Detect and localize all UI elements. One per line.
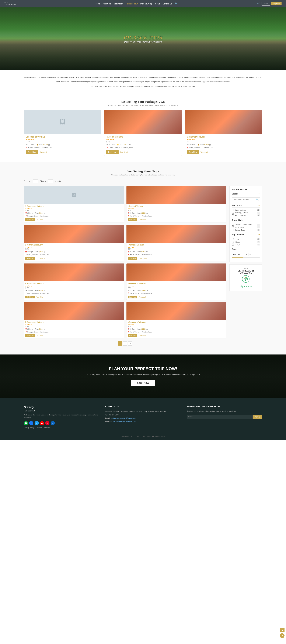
logo[interactable]: Heritage Vietnam Travel bbox=[5, 2, 16, 5]
tour-detail-link[interactable]: Tour detail → bbox=[40, 151, 49, 153]
page-2-button[interactable]: 2 bbox=[123, 342, 127, 346]
price-to-input[interactable] bbox=[248, 253, 256, 256]
book-now-button[interactable]: Book Now bbox=[25, 218, 35, 221]
tour-reviews: (120) bbox=[128, 248, 225, 250]
tour-detail-link[interactable]: Tour detail → bbox=[37, 219, 45, 220]
register-button[interactable]: Register bbox=[271, 2, 281, 5]
hoian-checkbox[interactable] bbox=[232, 214, 234, 216]
privacy-link[interactable]: Privacy Policy bbox=[24, 427, 34, 428]
login-button[interactable]: Login bbox=[261, 2, 270, 6]
tour-body: 2 Taste of Vietnam ★★★★★ (120) 📅 21 Days… bbox=[126, 204, 226, 222]
nav-package-tour[interactable]: Package Tour bbox=[126, 3, 138, 5]
culinary-checkbox[interactable] bbox=[232, 229, 234, 231]
nav-news[interactable]: News bbox=[155, 3, 160, 5]
tour-detail-link[interactable]: Tour detail → bbox=[37, 335, 45, 336]
tour-actions: Book Now Tour detail → bbox=[128, 218, 225, 221]
twitter-button[interactable]: t bbox=[35, 421, 39, 425]
price-slider[interactable] bbox=[232, 257, 260, 258]
tour-meta: 📅 21 Days From $2164 pp bbox=[128, 328, 225, 330]
tour-detail-link[interactable]: Tour detail → bbox=[201, 151, 210, 153]
page-next-button[interactable]: » bbox=[128, 342, 132, 346]
tours-list: 🖼 1 Essence of Vietnam ★★★★★ (120) 📅 21 … bbox=[24, 186, 226, 348]
page-1-button[interactable]: 1 bbox=[118, 342, 122, 346]
intro-p3: For more information about our Vietnam t… bbox=[24, 85, 262, 88]
book-now-button[interactable]: Book Now bbox=[25, 296, 35, 298]
book-now-button[interactable]: Book Now bbox=[128, 334, 137, 337]
newsletter-signup-button[interactable]: sign up bbox=[253, 415, 262, 419]
tour-title: 3 Vietnam Discovery bbox=[25, 244, 123, 246]
tour-detail-link[interactable]: Tour detail → bbox=[139, 258, 148, 259]
cta-book-now-button[interactable]: BOOK NOW bbox=[131, 380, 155, 386]
tour-title: 4 Amazing Vietnam bbox=[128, 244, 225, 246]
pinterest-button[interactable]: P bbox=[45, 421, 49, 425]
danang-checkbox[interactable] bbox=[232, 212, 234, 214]
newsletter-form: sign up bbox=[187, 415, 262, 419]
tour-stars: ★★★★★ bbox=[26, 138, 99, 141]
tour-actions: Book Now Tour detail → bbox=[106, 150, 180, 154]
filter-item: Family Tours 1 bbox=[232, 226, 260, 228]
newsletter-email-input[interactable] bbox=[187, 415, 252, 419]
youtube-button[interactable]: ▶ bbox=[40, 421, 44, 425]
wechat-button[interactable]: 💬 bbox=[24, 421, 28, 425]
tour-route: 📍 Hanoi, Vietnam → Vientian, Laos bbox=[106, 147, 180, 149]
tour-image bbox=[24, 302, 124, 320]
3days-checkbox[interactable] bbox=[232, 244, 234, 246]
tour-days: 📅 21 Days bbox=[25, 290, 33, 291]
sort-select[interactable] bbox=[33, 180, 38, 183]
hanoi-checkbox[interactable] bbox=[232, 209, 234, 211]
best-selling-section: Best Selling Tour Packages 2020 Many of … bbox=[0, 95, 286, 162]
tour-meta: 📅 21 Days 💰 From $2164 pp bbox=[187, 144, 260, 146]
tour-stars: ★★★★★ bbox=[128, 208, 225, 210]
tour-detail-link[interactable]: Tour detail → bbox=[139, 335, 148, 336]
tour-detail-link[interactable]: Tour detail → bbox=[139, 296, 148, 298]
nav-plan[interactable]: Plan Your Trip bbox=[140, 3, 152, 5]
book-now-button[interactable]: Book Now bbox=[25, 334, 35, 337]
intro-p2: If you want to set up your own Vietnam p… bbox=[24, 80, 262, 83]
cart-icon[interactable]: 🛒 bbox=[257, 2, 260, 5]
culture-checkbox[interactable] bbox=[232, 224, 234, 226]
tour-price: From $2164 pp bbox=[137, 212, 148, 214]
book-now-button[interactable]: Book Now bbox=[187, 150, 199, 154]
nav-home[interactable]: Home bbox=[95, 3, 100, 5]
book-now-button[interactable]: Book Now bbox=[26, 150, 38, 154]
tour-actions: Book Now Tour detail → bbox=[25, 218, 123, 221]
tour-image bbox=[24, 264, 124, 281]
tour-actions: Book Now Tour detail → bbox=[25, 257, 123, 260]
1day-checkbox[interactable] bbox=[232, 238, 234, 240]
2days-checkbox[interactable] bbox=[232, 241, 234, 243]
tour-meta: 📅 21 Days From $2164 pp bbox=[128, 290, 225, 291]
search-button[interactable]: 🔍 bbox=[255, 198, 260, 202]
nav-destination[interactable]: Destination bbox=[113, 3, 123, 5]
display-select[interactable] bbox=[48, 180, 53, 183]
tour-reviews: (120) bbox=[106, 141, 180, 142]
terms-link[interactable]: Terms & Conditions bbox=[36, 427, 50, 428]
book-now-button[interactable]: Book Now bbox=[128, 257, 137, 260]
price-from-input[interactable] bbox=[237, 253, 244, 256]
tour-route: 📍 Hanoi, Vietnam → Vientian, Laos bbox=[128, 215, 225, 217]
price-row: From To bbox=[232, 253, 260, 256]
nav-about[interactable]: About Us bbox=[103, 3, 111, 5]
tour-detail-link[interactable]: Tour detail → bbox=[139, 219, 148, 220]
family-checkbox[interactable] bbox=[232, 226, 234, 228]
search-icon[interactable]: 🔍 bbox=[175, 2, 178, 5]
search-input[interactable] bbox=[232, 198, 255, 202]
book-now-button[interactable]: Book Now bbox=[128, 296, 137, 298]
filter-sidebar: TOURS FILTER Search − 🔍 Start From − bbox=[229, 186, 262, 348]
website-link[interactable]: http://heritagevietnamtravel.com bbox=[112, 420, 136, 422]
facebook-button[interactable]: f bbox=[29, 421, 33, 425]
tour-image: 🖼 bbox=[24, 186, 124, 204]
tour-detail-link[interactable]: Tour detail → bbox=[37, 296, 45, 298]
tour-body: Taste of Vietnam ★★★★★ (120) 📅 21 Days 💰… bbox=[104, 134, 182, 156]
tour-title: 6 Essence of Vietnam bbox=[128, 282, 225, 284]
book-now-button[interactable]: Book Now bbox=[25, 257, 35, 260]
short-trips-layout: 🖼 1 Essence of Vietnam ★★★★★ (120) 📅 21 … bbox=[0, 186, 286, 348]
book-now-button[interactable]: Book Now bbox=[128, 218, 137, 221]
tour-stars: ★★★★★ bbox=[106, 138, 180, 141]
tour-detail-link[interactable]: Tour detail → bbox=[120, 151, 130, 153]
email-link[interactable]: heritage.vietnamtravel@gmail.com bbox=[111, 417, 136, 419]
book-now-button[interactable]: Book Now bbox=[106, 150, 118, 154]
tour-detail-link[interactable]: Tour detail → bbox=[37, 258, 45, 259]
linkedin-button[interactable]: in bbox=[51, 421, 55, 425]
nav-contact[interactable]: Contact Us bbox=[163, 3, 172, 5]
tripadvisor-year: 2019 bbox=[231, 268, 260, 270]
